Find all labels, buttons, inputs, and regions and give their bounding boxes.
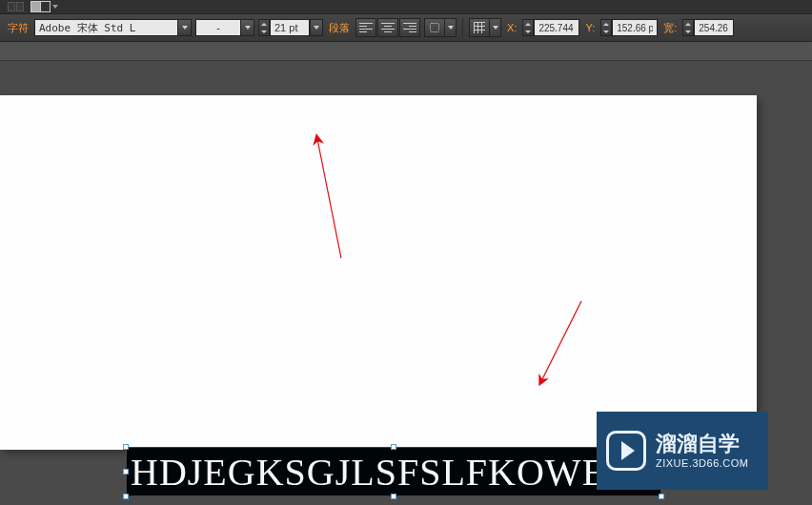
- window-tab-bar: [0, 0, 812, 13]
- watermark-url: ZIXUE.3D66.COM: [656, 457, 748, 470]
- font-style-dropdown[interactable]: -: [195, 19, 254, 36]
- align-center-button[interactable]: [377, 18, 398, 37]
- width-spinner[interactable]: 254.26: [682, 19, 734, 36]
- align-right-button[interactable]: [399, 18, 420, 37]
- x-coord-label: X:: [505, 22, 518, 33]
- selection-handle-w[interactable]: [123, 469, 129, 475]
- character-panel-link[interactable]: 字符: [6, 21, 30, 35]
- grid-rows-cols-button[interactable]: [469, 18, 490, 37]
- svg-line-0: [317, 139, 341, 258]
- doc-arrange-button[interactable]: [8, 2, 15, 11]
- selection-handle-sw[interactable]: [123, 494, 129, 499]
- width-label: 宽:: [661, 21, 679, 35]
- grid-icon: [474, 22, 485, 33]
- dropdown-arrow-icon[interactable]: [445, 18, 457, 37]
- doc-arrange-button[interactable]: [16, 2, 24, 11]
- secondary-toolbar: [0, 42, 812, 61]
- y-coord-label: Y:: [583, 22, 597, 33]
- spinner-arrows-icon[interactable]: [258, 19, 270, 36]
- font-size-value: 21 pt: [271, 22, 301, 33]
- font-style-value: -: [196, 22, 240, 34]
- font-family-dropdown[interactable]: Adobe 宋体 Std L: [34, 19, 192, 36]
- selection-handle-n[interactable]: [391, 444, 396, 450]
- options-toolbar: 字符 Adobe 宋体 Std L - 21 pt 段落: [0, 13, 812, 42]
- screen-layout-icon[interactable]: [30, 1, 50, 12]
- selection-handle-se[interactable]: [659, 494, 664, 499]
- align-left-button[interactable]: [355, 18, 376, 37]
- effects-icon: [430, 23, 439, 32]
- effects-menu-button[interactable]: [424, 18, 445, 37]
- font-size-spinner[interactable]: 21 pt: [258, 19, 323, 36]
- x-coord-spinner[interactable]: 225.744: [522, 19, 579, 36]
- font-family-value: Adobe 宋体 Std L: [35, 21, 177, 35]
- width-value: 254.26: [699, 23, 728, 33]
- text-align-group: [355, 18, 420, 37]
- page-artboard: [0, 95, 757, 450]
- watermark-badge: 溜溜自学 ZIXUE.3D66.COM: [597, 412, 768, 490]
- dropdown-arrow-icon[interactable]: [177, 20, 191, 35]
- y-coord-spinner[interactable]: 152.66 p: [600, 19, 658, 36]
- toolbar-separator: [462, 18, 463, 37]
- paragraph-panel-link[interactable]: 段落: [327, 21, 352, 35]
- dropdown-arrow-icon[interactable]: [310, 19, 323, 36]
- watermark-brand: 溜溜自学: [656, 432, 748, 456]
- document-canvas[interactable]: HDJEGKSGJLSFSLFKOWEJF 溜溜自学 ZIXUE.3D66.CO…: [0, 61, 812, 505]
- svg-line-1: [541, 301, 581, 381]
- x-coord-value: 225.744: [538, 23, 573, 33]
- dropdown-arrow-icon[interactable]: [490, 18, 501, 37]
- spinner-arrows-icon[interactable]: [682, 19, 694, 36]
- annotation-arrows: [0, 95, 757, 450]
- selection-handle-nw[interactable]: [123, 444, 129, 450]
- y-coord-value: 152.66 p: [617, 23, 653, 33]
- play-icon: [606, 431, 646, 471]
- spinner-arrows-icon[interactable]: [522, 19, 534, 36]
- dropdown-arrow-icon[interactable]: [240, 20, 254, 35]
- selection-handle-s[interactable]: [391, 494, 396, 499]
- text-frame-content[interactable]: HDJEGKSGJLSFSLFKOWEJF: [127, 450, 644, 495]
- spinner-arrows-icon[interactable]: [600, 19, 612, 36]
- selected-text-frame[interactable]: HDJEGKSGJLSFSLFKOWEJF: [126, 447, 661, 496]
- layout-dropdown-icon[interactable]: [52, 3, 62, 10]
